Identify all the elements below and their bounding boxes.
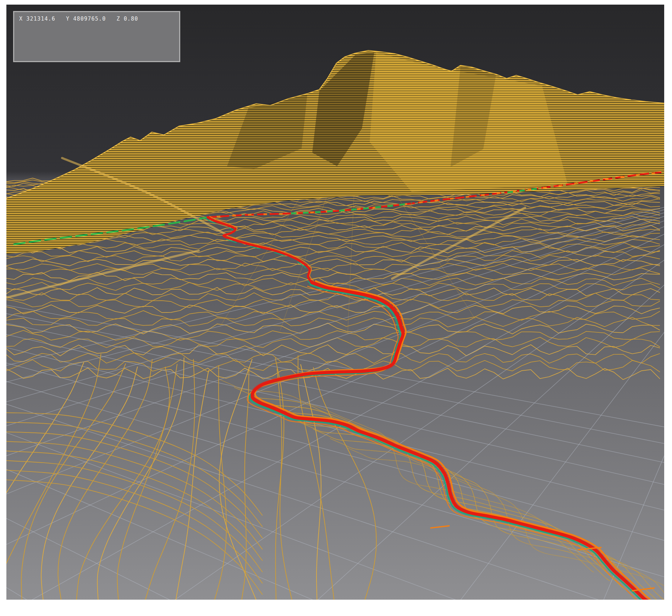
coordinate-readout-panel: X321314.6Y4809765.0Z0.80 (13, 11, 180, 62)
terrain-scene (6, 5, 664, 600)
coord-y-value: 4809765.0 (73, 16, 106, 22)
coord-z-value: 0.80 (124, 16, 138, 22)
figure-page: { "app": { "type": "3d-terrain-viewport"… (0, 0, 672, 616)
coord-y-label: Y (66, 16, 70, 22)
coord-z-label: Z (116, 16, 120, 22)
coordinate-readout: X321314.6Y4809765.0Z0.80 (14, 12, 179, 22)
coord-x-label: X (19, 16, 23, 22)
coord-x-value: 321314.6 (26, 16, 55, 22)
3d-viewport[interactable] (6, 5, 664, 600)
